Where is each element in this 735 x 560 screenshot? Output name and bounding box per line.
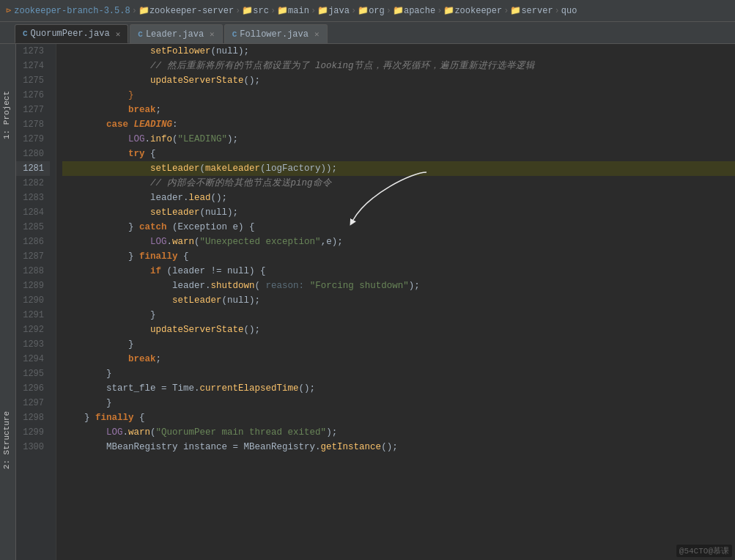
code-line-1294: break; xyxy=(62,352,735,366)
breadcrumb-item-1[interactable]: zookeeper-server xyxy=(149,6,234,16)
code-line-1277: break; xyxy=(62,103,735,117)
code-line-1285: } catch (Exception e) { xyxy=(62,220,735,235)
tab-close-0[interactable]: ✕ xyxy=(116,29,121,39)
code-line-1275: updateServerState(); xyxy=(62,73,735,88)
code-line-1298: } finally { xyxy=(62,410,735,425)
tab-label-1: Leader.java xyxy=(146,29,204,40)
breadcrumb-folder-icon-7: 📁 xyxy=(443,5,454,16)
breadcrumb-sep-5: › xyxy=(351,6,356,16)
line-number-1295: 1295 xyxy=(16,366,50,381)
line-number-1300: 1300 xyxy=(16,440,50,454)
watermark: @54CTO@慕课 xyxy=(676,545,732,557)
line-number-1297: 1297 xyxy=(16,396,50,410)
breadcrumb-sep-1: › xyxy=(132,6,137,16)
breadcrumb-item-9[interactable]: quo xyxy=(561,6,577,16)
line-number-1279: 1279 xyxy=(16,132,50,147)
breadcrumb-folder-icon-8: 📁 xyxy=(510,5,521,16)
breadcrumb-folder-icon-2: 📁 xyxy=(242,5,253,16)
breadcrumb-folder-icon-1: 📁 xyxy=(138,5,149,16)
line-number-1281: 1281 xyxy=(16,161,50,176)
tab-close-1[interactable]: ✕ xyxy=(210,29,215,39)
tab-label-0: QuorumPeer.java xyxy=(31,29,110,39)
tab-bar: C QuorumPeer.java ✕ C Leader.java ✕ C Fo… xyxy=(0,22,735,44)
code-line-1289: leader.shutdown( reason: "Forcing shutdo… xyxy=(62,279,735,293)
code-line-1300: MBeanRegistry instance = MBeanRegistry.g… xyxy=(62,440,735,454)
tab-icon-0: C xyxy=(23,29,28,38)
main-area: 1: Project 2: Structure 1273127412751276… xyxy=(0,44,735,560)
breadcrumb-sep-2: › xyxy=(235,6,240,16)
line-number-1288: 1288 xyxy=(16,264,50,279)
breadcrumb-sep-8: › xyxy=(503,6,509,16)
tab-leader[interactable]: C Leader.java ✕ xyxy=(130,24,222,43)
line-number-1291: 1291 xyxy=(16,308,50,323)
breadcrumb-sep-4: › xyxy=(311,6,316,16)
code-line-1292: updateServerState(); xyxy=(62,323,735,337)
code-line-1297: } xyxy=(62,396,735,410)
line-number-1284: 1284 xyxy=(16,205,50,220)
line-number-1294: 1294 xyxy=(16,352,50,366)
line-number-1277: 1277 xyxy=(16,103,50,117)
line-number-1278: 1278 xyxy=(16,117,50,132)
line-number-1273: 1273 xyxy=(16,44,50,59)
breadcrumb-item-4[interactable]: java xyxy=(328,6,350,16)
tab-icon-2: C xyxy=(232,30,237,39)
line-numbers: 1273127412751276127712781279128012811282… xyxy=(16,44,56,560)
line-number-1274: 1274 xyxy=(16,59,50,73)
line-number-1285: 1285 xyxy=(16,220,50,235)
code-line-1280: try { xyxy=(62,147,735,161)
line-number-1299: 1299 xyxy=(16,425,50,440)
tab-quorumpeer[interactable]: C QuorumPeer.java ✕ xyxy=(15,24,128,43)
code-line-1279: LOG.info("LEADING"); xyxy=(62,132,735,147)
code-line-1291: } xyxy=(62,308,735,323)
code-editor[interactable]: 1273127412751276127712781279128012811282… xyxy=(16,44,735,560)
breadcrumb: ⊳ zookeeper-branch-3.5.8 › 📁 zookeeper-s… xyxy=(0,0,735,22)
tab-icon-1: C xyxy=(138,30,143,39)
breadcrumb-root[interactable]: ⊳ xyxy=(6,5,11,16)
breadcrumb-sep-6: › xyxy=(386,6,391,16)
code-line-1288: if (leader != null) { xyxy=(62,264,735,279)
breadcrumb-folder-icon-3: 📁 xyxy=(277,5,288,16)
breadcrumb-item-0[interactable]: zookeeper-branch-3.5.8 xyxy=(14,6,130,16)
breadcrumb-folder-icon-4: 📁 xyxy=(317,5,328,16)
line-number-1283: 1283 xyxy=(16,191,50,205)
code-line-1290: setLeader(null); xyxy=(62,293,735,308)
code-line-1293: } xyxy=(62,337,735,352)
code-line-1286: LOG.warn("Unexpected exception",e); xyxy=(62,235,735,249)
line-number-1282: 1282 xyxy=(16,176,50,191)
code-line-1295: } xyxy=(62,366,735,381)
left-sidebar: 1: Project 2: Structure xyxy=(0,44,16,560)
code-lines: setFollower(null); // 然后重新将所有的节点都设置为了 lo… xyxy=(56,44,735,560)
breadcrumb-item-2[interactable]: src xyxy=(253,6,269,16)
line-number-1296: 1296 xyxy=(16,381,50,396)
code-area: 1273127412751276127712781279128012811282… xyxy=(16,44,735,560)
code-line-1274: // 然后重新将所有的节点都设置为了 looking节点，再次死循环，遍历重新进… xyxy=(62,59,735,73)
tab-label-2: Follower.java xyxy=(240,29,309,40)
tab-follower[interactable]: C Follower.java ✕ xyxy=(224,24,328,43)
project-panel-label[interactable]: 1: Project xyxy=(0,88,13,142)
breadcrumb-item-8[interactable]: server xyxy=(521,6,553,16)
line-number-1289: 1289 xyxy=(16,279,50,293)
line-number-1286: 1286 xyxy=(16,235,50,249)
code-line-1287: } finally { xyxy=(62,249,735,264)
code-line-1273: setFollower(null); xyxy=(62,44,735,59)
code-line-1276: } xyxy=(62,88,735,103)
tab-close-2[interactable]: ✕ xyxy=(314,29,320,39)
line-number-1293: 1293 xyxy=(16,337,50,352)
breadcrumb-item-7[interactable]: zookeeper xyxy=(454,6,502,16)
code-line-1281: setLeader(makeLeader(logFactory)); xyxy=(62,161,735,176)
code-line-1283: leader.lead(); xyxy=(62,191,735,205)
line-number-1290: 1290 xyxy=(16,293,50,308)
code-line-1282: // 内部会不断的给其他节点发送ping命令 xyxy=(62,176,735,191)
line-number-1276: 1276 xyxy=(16,88,50,103)
code-line-1296: start_fle = Time.currentElapsedTime(); xyxy=(62,381,735,396)
structure-panel-label[interactable]: 2: Structure xyxy=(0,408,13,472)
breadcrumb-item-3[interactable]: main xyxy=(288,6,309,16)
breadcrumb-sep-3: › xyxy=(270,6,276,16)
code-line-1284: setLeader(null); xyxy=(62,205,735,220)
code-line-1278: case LEADING: xyxy=(62,117,735,132)
breadcrumb-item-6[interactable]: apache xyxy=(404,6,435,16)
line-number-1275: 1275 xyxy=(16,73,50,88)
breadcrumb-item-5[interactable]: org xyxy=(369,6,385,16)
breadcrumb-sep-9: › xyxy=(555,6,560,16)
line-number-1292: 1292 xyxy=(16,323,50,337)
